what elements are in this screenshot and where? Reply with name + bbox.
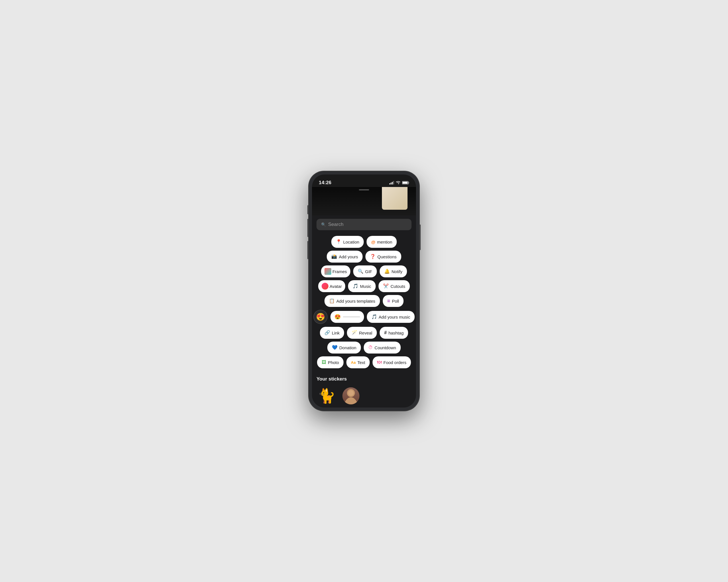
phone-frame: 14:26 <box>309 171 419 411</box>
avatar-label: Avatar <box>330 284 342 289</box>
sticker-row-4: Avatar 🎵 Music ✂️ Cutouts <box>318 280 410 292</box>
photo-icon: 🖼 <box>322 360 326 365</box>
add-yours-icon: 📸 <box>331 254 337 259</box>
link-sticker-button[interactable]: 🔗 Link <box>320 327 344 339</box>
add-yours-templates-icon: 📋 <box>329 299 335 303</box>
sticker-row-2: 📸 Add yours ❓ Questions <box>327 251 401 262</box>
search-bar[interactable]: 🔍 Search <box>316 219 412 230</box>
countdown-icon: ⏱ <box>368 345 373 350</box>
hashtag-sticker-button[interactable]: # hashtag <box>380 327 408 339</box>
volume-up-button[interactable] <box>307 219 309 237</box>
frames-label: Frames <box>333 269 347 274</box>
frames-sticker-button[interactable]: Frames <box>321 266 350 277</box>
top-image-area <box>312 187 416 215</box>
sticker-row-7: 🔗 Link 🪄 Reveal # hashtag <box>320 327 408 339</box>
reveal-label: Reveal <box>359 331 372 335</box>
add-yours-templates-button[interactable]: 📋 Add yours templates <box>324 295 380 307</box>
notify-icon: 🔔 <box>384 269 390 274</box>
sticker-picker-content[interactable]: 🔍 Search 📍 Location @ mention <box>312 215 416 408</box>
mention-icon: @ <box>371 240 375 244</box>
location-label: Location <box>343 240 360 244</box>
photo-sticker-button[interactable]: 🖼 Photo <box>317 356 343 368</box>
reveal-sticker-button[interactable]: 🪄 Reveal <box>347 327 377 339</box>
your-stickers-section: Your stickers 🐈 <box>316 374 412 408</box>
cutouts-sticker-button[interactable]: ✂️ Cutouts <box>379 280 410 292</box>
signal-icon <box>389 181 394 185</box>
add-yours-templates-label: Add yours templates <box>336 299 375 304</box>
person-sticker-thumb[interactable] <box>341 386 361 406</box>
add-yours-music-button[interactable]: 🎵 Add yours music <box>367 311 415 323</box>
status-icons <box>389 181 409 185</box>
your-stickers-label: Your stickers <box>316 376 412 382</box>
sticker-thumbnails-row: 🐈 <box>316 386 412 406</box>
text-label: Text <box>358 360 365 365</box>
sticker-row-3: Frames 🔍 GIF 🔔 Notify <box>321 266 407 277</box>
sticker-row-1: 📍 Location @ mention <box>331 236 397 248</box>
photo-label: Photo <box>328 360 339 365</box>
sticker-row-6: 😍 😍 🎵 Add yours music <box>313 310 415 324</box>
countdown-sticker-button[interactable]: ⏱ Countdown <box>364 341 401 354</box>
gif-sticker-button[interactable]: 🔍 GIF <box>353 266 377 277</box>
sticker-grid: 📍 Location @ mention 📸 Add yours <box>316 236 412 368</box>
questions-icon: ❓ <box>370 254 376 259</box>
hashtag-icon: # <box>384 331 387 335</box>
cutouts-icon: ✂️ <box>383 284 389 288</box>
svg-point-8 <box>348 390 354 396</box>
cat-sticker-thumb[interactable]: 🐈 <box>316 386 336 406</box>
battery-icon <box>402 181 409 185</box>
svg-rect-1 <box>391 183 392 185</box>
questions-sticker-button[interactable]: ❓ Questions <box>365 251 401 262</box>
sticker-row-5: 📋 Add yours templates ≡ Poll <box>324 295 404 307</box>
phone-screen: 14:26 <box>312 174 416 408</box>
music-icon: 🎵 <box>353 284 358 288</box>
avatar-icon <box>322 283 329 289</box>
svg-rect-0 <box>389 183 390 185</box>
questions-label: Questions <box>378 254 397 259</box>
status-bar: 14:26 <box>312 174 416 187</box>
notify-sticker-button[interactable]: 🔔 Notify <box>380 266 407 277</box>
emoji-slider-track[interactable] <box>343 316 360 317</box>
volume-down-button[interactable] <box>307 241 309 259</box>
svg-rect-6 <box>403 182 408 184</box>
svg-rect-2 <box>392 182 393 185</box>
emoji-slider-button[interactable]: 😍 <box>331 311 364 323</box>
add-yours-sticker-button[interactable]: 📸 Add yours <box>327 251 363 262</box>
sticker-row-8: 💙 Donation ⏱ Countdown <box>327 341 401 354</box>
link-label: Link <box>332 331 340 335</box>
drag-handle[interactable] <box>359 189 369 190</box>
food-orders-icon: 🍽 <box>377 360 382 365</box>
countdown-label: Countdown <box>374 345 396 350</box>
music-label: Music <box>360 284 371 289</box>
donation-sticker-button[interactable]: 💙 Donation <box>327 341 361 354</box>
avatar-sticker-button[interactable]: Avatar <box>318 280 345 292</box>
cutouts-label: Cutouts <box>390 284 405 289</box>
search-placeholder-text: Search <box>328 222 343 227</box>
person-sticker-svg <box>342 387 360 405</box>
frames-icon <box>324 268 331 275</box>
mute-button[interactable] <box>307 205 309 214</box>
reveal-icon: 🪄 <box>352 331 357 335</box>
poll-sticker-button[interactable]: ≡ Poll <box>383 295 404 307</box>
poll-label: Poll <box>392 299 399 304</box>
mention-sticker-button[interactable]: @ mention <box>367 236 397 248</box>
cat-sticker-emoji: 🐈 <box>318 389 335 403</box>
svg-rect-5 <box>409 182 409 184</box>
text-sticker-button[interactable]: Aa Text <box>346 356 370 368</box>
donation-icon: 💙 <box>332 345 338 350</box>
food-orders-sticker-button[interactable]: 🍽 Food orders <box>372 356 411 368</box>
person-sticker <box>342 387 360 405</box>
food-orders-label: Food orders <box>383 360 406 365</box>
wifi-icon <box>396 181 400 185</box>
search-icon: 🔍 <box>321 222 326 227</box>
gif-label: GIF <box>365 269 372 274</box>
location-sticker-button[interactable]: 📍 Location <box>331 236 364 248</box>
background-image-preview <box>382 187 408 210</box>
add-yours-music-icon: 🎵 <box>371 314 377 319</box>
location-icon: 📍 <box>336 240 341 244</box>
music-sticker-button[interactable]: 🎵 Music <box>348 280 376 292</box>
emoji-reaction-circle[interactable]: 😍 <box>313 310 328 324</box>
power-button[interactable] <box>419 224 421 250</box>
poll-icon: ≡ <box>387 298 390 304</box>
link-icon: 🔗 <box>324 331 330 335</box>
mention-label: mention <box>377 240 392 244</box>
